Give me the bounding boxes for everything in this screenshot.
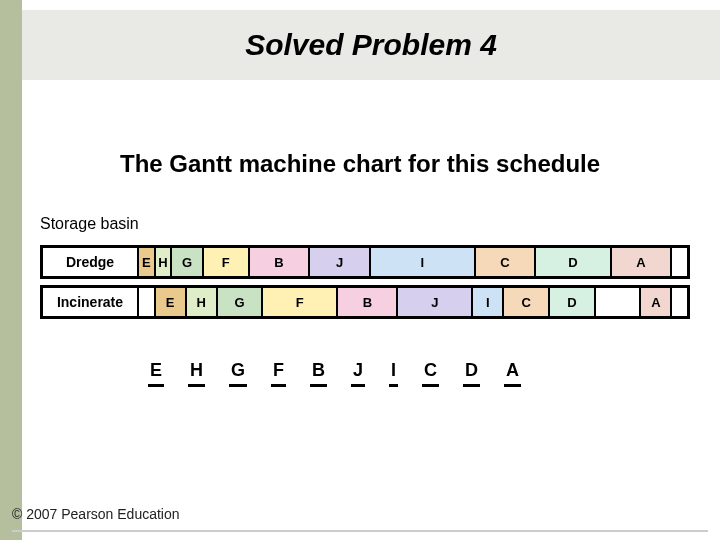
legend-item: G bbox=[231, 360, 245, 387]
gantt-bar-c: C bbox=[476, 248, 537, 276]
gantt-bar-a: A bbox=[612, 248, 673, 276]
gantt-bar-i: I bbox=[473, 288, 504, 316]
gantt-row: DredgeEHGFBJICDA bbox=[40, 245, 690, 279]
legend-item: J bbox=[353, 360, 363, 387]
gantt-bar-e: E bbox=[156, 288, 187, 316]
gantt-bar-i: I bbox=[371, 248, 476, 276]
gantt-bar-idle bbox=[139, 288, 156, 316]
gantt-bar-f: F bbox=[204, 248, 250, 276]
legend-item: A bbox=[506, 360, 519, 387]
gantt-bar-h: H bbox=[156, 248, 173, 276]
row-label: Incinerate bbox=[43, 288, 139, 316]
gantt-bar-idle bbox=[596, 288, 642, 316]
gantt-bar-idle bbox=[672, 288, 687, 316]
gantt-bar-e: E bbox=[139, 248, 156, 276]
gantt-bar-a: A bbox=[641, 288, 672, 316]
gantt-bar-b: B bbox=[338, 288, 398, 316]
page-title: Solved Problem 4 bbox=[245, 28, 497, 62]
gantt-row: IncinerateEHGFBJICDA bbox=[40, 285, 690, 319]
gantt-bar-idle bbox=[672, 248, 687, 276]
legend-item: I bbox=[391, 360, 396, 387]
copyright: © 2007 Pearson Education bbox=[12, 506, 180, 522]
gantt-bar-b: B bbox=[250, 248, 311, 276]
gantt-bar-f: F bbox=[263, 288, 338, 316]
legend-item: C bbox=[424, 360, 437, 387]
legend-item: D bbox=[465, 360, 478, 387]
slide-stripe bbox=[0, 0, 22, 540]
gantt-bar-c: C bbox=[504, 288, 550, 316]
gantt-bar-g: G bbox=[172, 248, 203, 276]
gantt-bar-j: J bbox=[310, 248, 371, 276]
legend: EHGFBJICDA bbox=[150, 360, 519, 387]
gantt-bar-j: J bbox=[398, 288, 473, 316]
gantt-bar-h: H bbox=[187, 288, 218, 316]
axis-label: Storage basin bbox=[40, 215, 139, 233]
gantt-chart: DredgeEHGFBJICDAIncinerateEHGFBJICDA bbox=[40, 245, 690, 325]
row-label: Dredge bbox=[43, 248, 139, 276]
legend-item: F bbox=[273, 360, 284, 387]
legend-item: H bbox=[190, 360, 203, 387]
legend-item: B bbox=[312, 360, 325, 387]
title-bar: Solved Problem 4 bbox=[22, 10, 720, 80]
subtitle: The Gantt machine chart for this schedul… bbox=[120, 150, 600, 178]
footer-rule bbox=[12, 530, 708, 532]
gantt-bar-g: G bbox=[218, 288, 264, 316]
gantt-bar-d: D bbox=[550, 288, 596, 316]
legend-item: E bbox=[150, 360, 162, 387]
gantt-bar-d: D bbox=[536, 248, 611, 276]
